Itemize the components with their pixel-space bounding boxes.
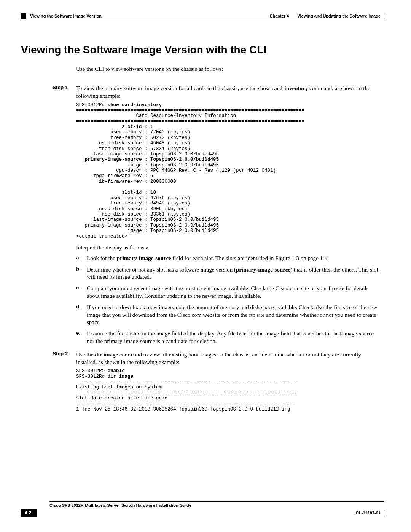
list-item-c: c. Compare your most recent image with t… [76, 285, 381, 300]
header-rule [21, 20, 384, 20]
code-block-2: SFS-3012R> enable SFS-3012R# dir image =… [76, 368, 384, 412]
list-item-a: a. Look for the primary-image-source fie… [76, 255, 381, 262]
page-footer: Cisco SFS 3012R Multifabric Server Switc… [21, 501, 384, 517]
header-chapter-prefix: Chapter 4 [270, 14, 289, 18]
page-number-badge: 4-2 [21, 509, 37, 517]
footer-book-title: Cisco SFS 3012R Multifabric Server Switc… [49, 503, 384, 508]
step-1-text: To view the primary software image versi… [76, 85, 381, 100]
footer-rule [49, 501, 384, 502]
footer-tick-icon [384, 510, 384, 516]
section-title: Viewing the Software Image Version with … [21, 44, 384, 56]
code-block-1: SFS-3012R# show card-inventory =========… [76, 102, 384, 239]
header-tick-icon [384, 13, 384, 19]
list-item-b: b. Determine whether or not any slot has… [76, 266, 381, 281]
doc-number: OL-11187-01 [356, 510, 384, 516]
step-2: Step 2 Use the dir image command to view… [21, 351, 384, 366]
step-2-label: Step 2 [53, 351, 76, 366]
header-marker-icon [21, 13, 26, 19]
step-1-label: Step 1 [53, 85, 76, 100]
list-item-e: e. Examine the files listed in the image… [76, 330, 381, 345]
header-section: Viewing the Software Image Version [30, 14, 102, 18]
list-item-d: d. If you need to download a new image, … [76, 304, 381, 326]
interpret-text: Interpret the display as follows: [76, 244, 384, 251]
step-1: Step 1 To view the primary software imag… [21, 85, 384, 100]
intro-text: Use the CLI to view software versions on… [76, 66, 381, 72]
header-chapter-title: Viewing and Updating the Software Image [297, 14, 381, 18]
page-header: Viewing the Software Image Version Chapt… [21, 13, 384, 19]
step-2-text: Use the dir image command to view all ex… [76, 351, 381, 366]
